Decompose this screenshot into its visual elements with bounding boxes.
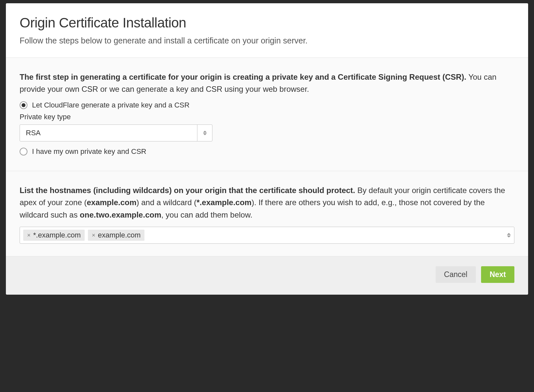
chevron-down-icon <box>507 236 511 237</box>
radio-generate-row[interactable]: Let CloudFlare generate a private key an… <box>20 101 514 109</box>
modal-header: Origin Certificate Installation Follow t… <box>6 3 528 58</box>
chevron-up-icon <box>203 131 207 133</box>
hostnames-stepper-icon[interactable] <box>507 233 511 237</box>
radio-own-row[interactable]: I have my own private key and CSR <box>20 147 514 156</box>
step1-description: The first step in generating a certifica… <box>20 71 514 95</box>
step2-example-three: one.two.example.com <box>80 210 161 219</box>
step2-lead-bold: List the hostnames (including wildcards)… <box>20 186 355 195</box>
chevron-up-icon <box>507 233 511 235</box>
select-stepper-icon[interactable] <box>197 125 212 141</box>
modal-title: Origin Certificate Installation <box>20 15 514 31</box>
step2-example-apex: example.com <box>87 198 136 207</box>
radio-generate-label: Let CloudFlare generate a private key an… <box>32 101 190 109</box>
origin-cert-modal: Origin Certificate Installation Follow t… <box>6 3 528 295</box>
hostname-tag: × *.example.com <box>23 230 85 241</box>
step2-example-wildcard: *.example.com <box>197 198 252 207</box>
step-hostnames: List the hostnames (including wildcards)… <box>6 171 528 256</box>
modal-footer: Cancel Next <box>6 256 528 295</box>
hostnames-input[interactable]: × *.example.com × example.com <box>20 227 514 244</box>
step2-description: List the hostnames (including wildcards)… <box>20 184 514 221</box>
remove-tag-icon[interactable]: × <box>92 232 95 238</box>
step2-lead-d: , you can add them below. <box>161 210 252 219</box>
hostname-tag-label: *.example.com <box>33 231 81 239</box>
remove-tag-icon[interactable]: × <box>27 232 31 238</box>
radio-generate-icon[interactable] <box>20 101 27 109</box>
private-key-type-value: RSA <box>20 125 197 141</box>
modal-backdrop: Origin Certificate Installation Follow t… <box>0 0 534 392</box>
private-key-type-label: Private key type <box>20 113 514 121</box>
step-private-key: The first step in generating a certifica… <box>6 58 528 171</box>
hostname-tag-label: example.com <box>98 231 141 239</box>
private-key-type-select[interactable]: RSA <box>20 124 212 141</box>
step1-lead-bold: The first step in generating a certifica… <box>20 73 466 81</box>
radio-own-label: I have my own private key and CSR <box>32 147 146 156</box>
radio-own-icon[interactable] <box>20 148 27 155</box>
chevron-down-icon <box>203 133 207 135</box>
hostname-tag: × example.com <box>88 230 144 241</box>
modal-subtitle: Follow the steps below to generate and i… <box>20 35 514 46</box>
cancel-button[interactable]: Cancel <box>436 266 476 283</box>
next-button[interactable]: Next <box>481 266 514 283</box>
step2-lead-b: ) and a wildcard ( <box>137 198 197 207</box>
